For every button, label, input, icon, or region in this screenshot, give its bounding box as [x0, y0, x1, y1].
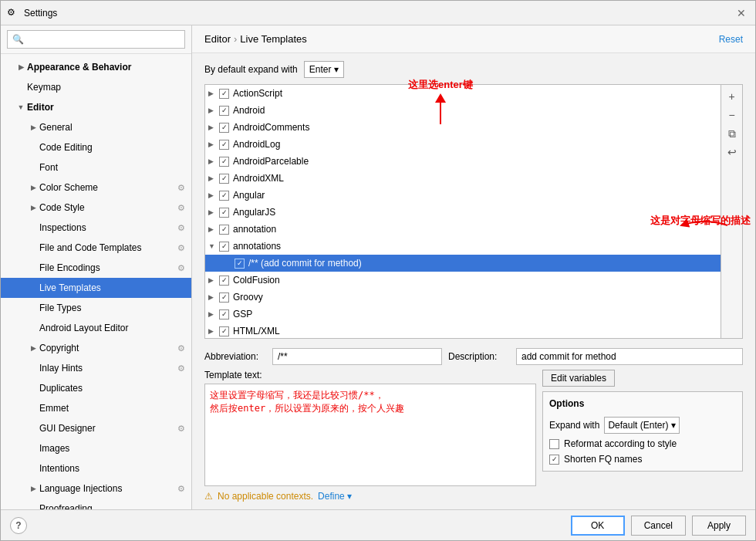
group-checkbox[interactable]	[219, 89, 229, 99]
group-checkbox[interactable]	[219, 174, 229, 184]
sidebar-item-copyright[interactable]: ▶ Copyright ⚙	[1, 338, 191, 358]
sidebar-item-editor[interactable]: ▼ Editor	[1, 97, 191, 117]
sidebar-item-code-style[interactable]: ▶ Code Style ⚙	[1, 198, 191, 218]
expand-with-value: Default (Enter)	[608, 420, 668, 431]
group-checkbox[interactable]	[219, 140, 229, 150]
item-checkbox[interactable]	[235, 259, 245, 269]
search-box	[1, 25, 191, 54]
tpl-item-annotations-child[interactable]: /** (add commit for method)	[205, 255, 721, 272]
tpl-group-header[interactable]: ▶ AndroidLog	[205, 136, 721, 153]
group-checkbox[interactable]	[219, 208, 229, 218]
group-checkbox[interactable]	[219, 242, 229, 252]
sidebar-item-appearance[interactable]: ▶ Appearance & Behavior	[1, 57, 191, 77]
description-input[interactable]	[516, 348, 743, 365]
sidebar-item-file-code-templates[interactable]: File and Code Templates ⚙	[1, 238, 191, 258]
expand-with-dropdown[interactable]: Default (Enter) ▾	[604, 417, 680, 434]
tpl-group-header[interactable]: ▶ Groovy	[205, 289, 721, 306]
sidebar-item-emmet[interactable]: Emmet	[1, 398, 191, 418]
tpl-group-header[interactable]: ▶ AndroidXML	[205, 170, 721, 187]
spacer-icon	[29, 504, 38, 509]
ok-button[interactable]: OK	[571, 516, 625, 536]
expand-arrow-icon: ▶	[208, 157, 218, 165]
group-checkbox[interactable]	[219, 191, 229, 201]
tpl-group-header[interactable]: ▶ AndroidComments	[205, 119, 721, 136]
dropdown-arrow-icon: ▾	[671, 420, 676, 431]
group-checkbox[interactable]	[219, 225, 229, 235]
sidebar-item-code-editing[interactable]: Code Editing	[1, 137, 191, 157]
dropdown-arrow-icon: ▾	[345, 491, 352, 502]
spacer-icon	[16, 83, 25, 92]
sidebar-item-file-types[interactable]: File Types	[1, 298, 191, 318]
sidebar-item-live-templates[interactable]: Live Templates	[1, 278, 191, 298]
group-checkbox[interactable]	[219, 292, 229, 303]
sidebar-item-file-encodings[interactable]: File Encodings ⚙	[1, 258, 191, 278]
tpl-group-htmlxml: ▶ HTML/XML	[205, 323, 721, 339]
sidebar-item-color-scheme[interactable]: ▶ Color Scheme ⚙	[1, 178, 191, 198]
template-text-area[interactable]: 这里设置字母缩写，我还是比较习惯/**， 然后按enter，所以设置为原来的，按…	[204, 384, 536, 486]
tpl-group-header[interactable]: ▶ ActionScript	[205, 85, 721, 102]
tpl-group-header[interactable]: ▶ Android	[205, 102, 721, 119]
group-checkbox[interactable]	[219, 309, 229, 320]
apply-button[interactable]: Apply	[692, 516, 746, 536]
abbreviation-input[interactable]	[272, 348, 442, 365]
sidebar-item-general[interactable]: ▶ General	[1, 117, 191, 137]
expand-dropdown[interactable]: Enter ▾	[304, 61, 345, 78]
tpl-group-header[interactable]: ▶ AndroidParcelable	[205, 153, 721, 170]
group-checkbox[interactable]	[219, 157, 229, 167]
group-checkbox[interactable]	[219, 276, 229, 286]
tpl-group-header[interactable]: ▶ Angular	[205, 187, 721, 204]
tpl-group-header[interactable]: ▶ annotation	[205, 221, 721, 238]
reformat-label: Reformat according to style	[564, 438, 677, 449]
sidebar-item-font[interactable]: Font	[1, 157, 191, 178]
footer-left: ?	[10, 517, 565, 534]
footer: ? OK Cancel Apply	[1, 509, 755, 540]
tpl-group-header[interactable]: ▼ annotations	[205, 238, 721, 255]
reset-link[interactable]: Reset	[719, 34, 743, 45]
sidebar-item-language-injections[interactable]: ▶ Language Injections ⚙	[1, 478, 191, 499]
close-button[interactable]: ✕	[734, 5, 749, 21]
nav-tree: ▶ Appearance & Behavior Keymap ▼ Editor …	[1, 54, 191, 509]
shorten-label: Shorten FQ names	[564, 454, 642, 465]
tpl-group-coldfusion: ▶ ColdFusion	[205, 272, 721, 289]
abbreviation-row: Abbreviation: Description:	[204, 348, 743, 365]
sidebar-item-android-layout-editor[interactable]: Android Layout Editor	[1, 318, 191, 338]
bottom-form: Abbreviation: Description: Template text…	[204, 345, 743, 502]
tpl-group-header[interactable]: ▶ HTML/XML	[205, 323, 721, 339]
sidebar-item-inspections[interactable]: Inspections ⚙	[1, 218, 191, 238]
breadcrumb-current: Live Templates	[240, 33, 306, 45]
define-link[interactable]: Define ▾	[318, 491, 352, 502]
sidebar-item-intentions[interactable]: Intentions	[1, 458, 191, 478]
edit-variables-button[interactable]: Edit variables	[542, 370, 615, 387]
help-button[interactable]: ?	[10, 517, 27, 534]
group-checkbox[interactable]	[219, 326, 229, 336]
expand-arrow-icon: ▼	[16, 103, 25, 112]
sidebar-item-images[interactable]: Images	[1, 438, 191, 458]
reformat-checkbox[interactable]	[549, 439, 559, 449]
group-checkbox[interactable]	[219, 123, 229, 133]
tpl-group-header[interactable]: ▶ ColdFusion	[205, 272, 721, 289]
sidebar-item-keymap[interactable]: Keymap	[1, 77, 191, 97]
breadcrumb-separator-icon: ›	[234, 33, 237, 45]
sidebar-item-inlay-hints[interactable]: Inlay Hints ⚙	[1, 358, 191, 378]
spacer-icon	[29, 464, 38, 473]
content-area: ▶ Appearance & Behavior Keymap ▼ Editor …	[1, 25, 755, 509]
templates-list: ▶ ActionScript ▶ Android	[204, 84, 721, 339]
copy-button[interactable]: ⧉	[724, 125, 741, 142]
options-box: Options Expand with Default (Enter) ▾	[542, 391, 743, 472]
group-checkbox[interactable]	[219, 106, 229, 116]
search-input[interactable]	[7, 30, 185, 49]
cancel-button[interactable]: Cancel	[631, 516, 686, 536]
tpl-group-androidcomments: ▶ AndroidComments	[205, 119, 721, 136]
tpl-group-header[interactable]: ▶ AngularJS	[205, 204, 721, 221]
shorten-checkbox[interactable]	[549, 455, 559, 465]
sidebar-item-gui-designer[interactable]: GUI Designer ⚙	[1, 418, 191, 438]
remove-button[interactable]: −	[724, 107, 741, 123]
restore-button[interactable]: ↩	[724, 144, 741, 161]
settings-icon: ⚙	[177, 363, 185, 374]
templates-area: ▶ ActionScript ▶ Android	[204, 84, 743, 339]
add-button[interactable]: +	[724, 88, 741, 105]
expand-arrow-icon: ▶	[208, 107, 218, 114]
tpl-group-header[interactable]: ▶ GSP	[205, 306, 721, 323]
sidebar-item-proofreading[interactable]: Proofreading	[1, 499, 191, 509]
sidebar-item-duplicates[interactable]: Duplicates	[1, 378, 191, 398]
